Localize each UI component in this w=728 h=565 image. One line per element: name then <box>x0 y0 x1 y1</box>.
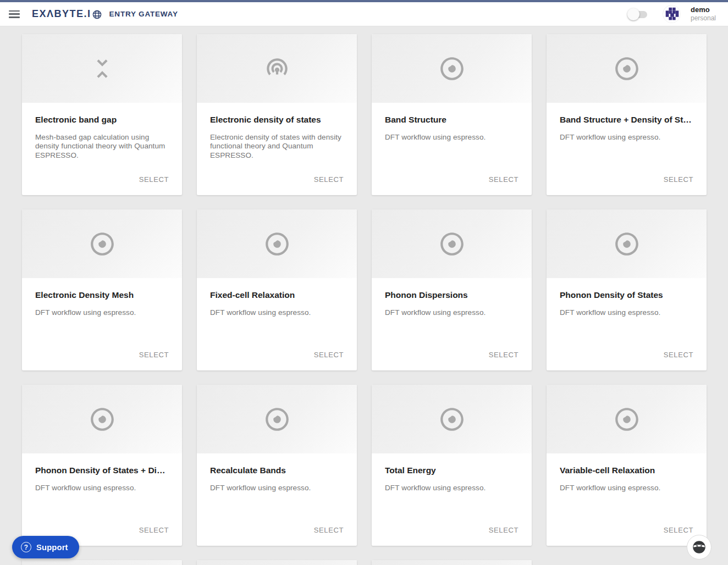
face-icon <box>692 540 707 555</box>
card-media <box>197 209 357 278</box>
card-title: Electronic band gap <box>35 115 169 125</box>
card-description: DFT workflow using espresso. <box>210 308 344 317</box>
workflow-card[interactable]: Electronic band gap Mesh-based gap calcu… <box>22 34 182 195</box>
card-description: DFT workflow using espresso. <box>560 133 693 142</box>
card-media <box>197 34 357 103</box>
exabyte-logo[interactable]: EXΛBYTE.I <box>32 8 102 20</box>
workflow-card[interactable]: Fixed-cell Relaxation DFT workflow using… <box>197 209 357 370</box>
theme-toggle[interactable] <box>627 8 647 20</box>
card-media <box>547 385 707 453</box>
user-account-type: personal <box>691 14 716 23</box>
workflow-card[interactable]: Phonon Density of States + Dispersions D… <box>22 385 182 546</box>
card-title: Electronic density of states <box>210 115 344 125</box>
workflow-card[interactable] <box>22 560 182 565</box>
card-media <box>372 385 532 453</box>
select-button[interactable]: SELECT <box>135 346 173 363</box>
card-description: DFT workflow using espresso. <box>35 308 169 317</box>
adjust-icon <box>263 406 291 433</box>
card-title: Variable-cell Relaxation <box>560 466 693 475</box>
workflow-card[interactable] <box>197 560 357 565</box>
card-description: DFT workflow using espresso. <box>385 308 519 317</box>
avatar[interactable] <box>663 5 681 23</box>
select-button[interactable]: SELECT <box>484 346 523 363</box>
adjust-icon <box>613 55 641 82</box>
card-media <box>372 209 532 278</box>
workflow-card[interactable]: Band Structure DFT workflow using espres… <box>372 34 532 195</box>
card-description: Electronic density of states with densit… <box>210 133 344 160</box>
card-description: DFT workflow using espresso. <box>210 484 344 492</box>
select-button[interactable]: SELECT <box>135 522 173 539</box>
card-media <box>22 560 182 565</box>
card-media <box>22 385 182 453</box>
card-media <box>547 209 707 278</box>
workflow-card[interactable]: Band Structure + Density of States DFT w… <box>547 34 707 195</box>
card-media <box>22 34 182 103</box>
workflow-card[interactable]: Electronic Density Mesh DFT workflow usi… <box>22 209 182 370</box>
select-button[interactable]: SELECT <box>135 171 173 188</box>
card-description: DFT workflow using espresso. <box>35 484 169 492</box>
workflow-card[interactable]: Phonon Density of States DFT workflow us… <box>547 209 707 370</box>
card-title: Band Structure <box>385 115 519 125</box>
card-media <box>372 560 532 565</box>
adjust-icon <box>438 230 466 258</box>
user-info[interactable]: demo personal <box>691 5 716 23</box>
select-button[interactable]: SELECT <box>659 522 698 539</box>
support-label: Support <box>36 542 68 552</box>
logo-globe-icon <box>92 10 102 19</box>
user-name: demo <box>691 5 716 14</box>
adjust-icon <box>89 406 116 433</box>
select-button[interactable]: SELECT <box>484 171 523 188</box>
card-media <box>372 34 532 103</box>
select-button[interactable]: SELECT <box>484 522 523 539</box>
card-description: DFT workflow using espresso. <box>385 133 519 142</box>
support-button[interactable]: ? Support <box>12 536 79 558</box>
adjust-icon <box>89 230 116 258</box>
feedback-button[interactable] <box>687 535 712 560</box>
app-header: EXΛBYTE.I ENTRY GATEWAY <box>0 2 728 26</box>
select-button[interactable]: SELECT <box>310 522 348 539</box>
card-title: Recalculate Bands <box>210 466 344 475</box>
card-title: Electronic Density Mesh <box>35 290 169 300</box>
select-button[interactable]: SELECT <box>659 346 698 363</box>
select-button[interactable]: SELECT <box>659 171 698 188</box>
logo-text: EXΛBYTE.I <box>32 8 91 20</box>
card-media <box>22 209 182 278</box>
adjust-icon <box>438 55 466 82</box>
card-description: DFT workflow using espresso. <box>560 308 693 317</box>
card-description: DFT workflow using espresso. <box>560 484 693 492</box>
help-question-icon: ? <box>21 542 31 552</box>
menu-icon[interactable] <box>9 10 20 18</box>
card-title: Total Energy <box>385 466 519 475</box>
card-media <box>197 385 357 453</box>
adjust-icon <box>613 230 641 258</box>
page-title: ENTRY GATEWAY <box>109 10 178 18</box>
card-title: Phonon Density of States + Dispersions <box>35 466 169 475</box>
unfold-less-icon <box>89 55 116 82</box>
workflow-card[interactable]: Electronic density of states Electronic … <box>197 34 357 195</box>
toggle-thumb <box>627 8 639 20</box>
card-title: Phonon Dispersions <box>385 290 519 300</box>
adjust-icon <box>613 406 641 433</box>
select-button[interactable]: SELECT <box>310 346 348 363</box>
adjust-icon <box>438 406 466 433</box>
workflow-card[interactable]: Variable-cell Relaxation DFT workflow us… <box>547 385 707 546</box>
card-media <box>547 34 707 103</box>
workflow-card[interactable]: Total Energy DFT workflow using espresso… <box>372 385 532 546</box>
workflow-card[interactable] <box>372 560 532 565</box>
workflow-card[interactable]: Phonon Dispersions DFT workflow using es… <box>372 209 532 370</box>
workflow-card[interactable]: Recalculate Bands DFT workflow using esp… <box>197 385 357 546</box>
workflow-card-grid: Electronic band gap Mesh-based gap calcu… <box>0 26 728 565</box>
card-description: Mesh-based gap calculation using density… <box>35 133 169 160</box>
adjust-icon <box>263 230 291 258</box>
card-media <box>197 560 357 565</box>
card-title: Band Structure + Density of States <box>560 115 693 125</box>
identicon-icon <box>663 5 681 23</box>
card-description: DFT workflow using espresso. <box>385 484 519 492</box>
card-title: Fixed-cell Relaxation <box>210 290 344 300</box>
wifi-tethering-icon <box>263 55 291 82</box>
select-button[interactable]: SELECT <box>310 171 348 188</box>
card-title: Phonon Density of States <box>560 290 693 300</box>
